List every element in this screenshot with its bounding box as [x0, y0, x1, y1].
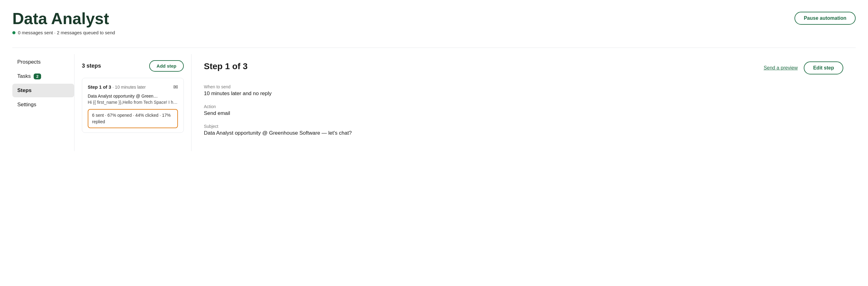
step-card-title: Step 1 of 3: [88, 84, 111, 90]
send-preview-button[interactable]: Send a preview: [764, 65, 798, 71]
subject-label: Subject: [204, 124, 843, 129]
header-divider: [12, 47, 856, 48]
tasks-badge: 2: [34, 73, 41, 80]
step-card-preview: Hi {{ first_name }},Hello from Tech Spac…: [88, 100, 178, 105]
action-field: Action Send email: [204, 104, 843, 117]
sidebar-label-steps: Steps: [17, 87, 32, 94]
status-dot: [12, 31, 16, 34]
sidebar-item-tasks[interactable]: Tasks 2: [12, 69, 74, 83]
sidebar-label-tasks: Tasks: [17, 73, 31, 80]
step-card-1[interactable]: Step 1 of 3 · 10 minutes later ✉ Data An…: [82, 78, 184, 133]
steps-count-label: 3 steps: [82, 63, 101, 69]
when-to-send-label: When to send: [204, 84, 843, 89]
sidebar-item-prospects[interactable]: Prospects: [12, 55, 74, 69]
detail-title: Step 1 of 3: [204, 61, 248, 71]
sidebar-label-settings: Settings: [17, 102, 36, 108]
envelope-icon: ✉: [173, 84, 178, 91]
detail-panel: Step 1 of 3 Send a preview Edit step Whe…: [191, 54, 856, 151]
subject-field: Subject Data Analyst opportunity @ Green…: [204, 124, 843, 136]
subject-value: Data Analyst opportunity @ Greenhouse So…: [204, 130, 843, 136]
sidebar-item-steps[interactable]: Steps: [12, 84, 74, 97]
edit-step-button[interactable]: Edit step: [804, 61, 843, 74]
sidebar: Prospects Tasks 2 Steps Settings: [12, 54, 74, 151]
action-value: Send email: [204, 110, 843, 117]
when-to-send-value: 10 minutes later and no reply: [204, 91, 843, 97]
pause-automation-button[interactable]: Pause automation: [795, 12, 856, 25]
subtitle-text: 0 messages sent · 2 messages queued to s…: [18, 30, 115, 35]
sidebar-label-prospects: Prospects: [17, 59, 41, 65]
when-to-send-field: When to send 10 minutes later and no rep…: [204, 84, 843, 97]
step-card-timing: · 10 minutes later: [113, 85, 146, 90]
step-card-subject: Data Analyst opportunity @ Green…: [88, 94, 178, 98]
add-step-button[interactable]: Add step: [149, 60, 184, 72]
step-stats-box: 6 sent · 67% opened · 44% clicked · 17% …: [88, 109, 178, 128]
steps-panel: 3 steps Add step Step 1 of 3 · 10 minute…: [74, 54, 191, 151]
page-title: Data Analyst: [12, 10, 115, 28]
action-label: Action: [204, 104, 843, 109]
sidebar-item-settings[interactable]: Settings: [12, 98, 74, 112]
